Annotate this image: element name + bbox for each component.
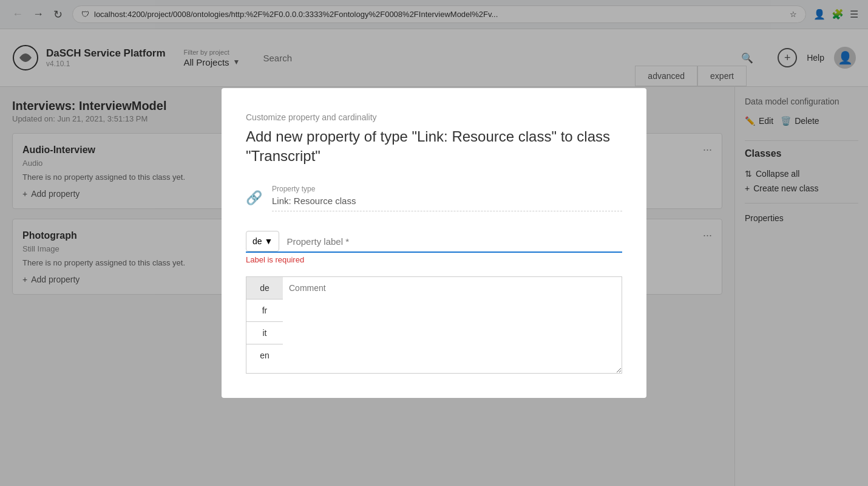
- selected-lang-label: de: [253, 236, 262, 246]
- lang-tab-de[interactable]: de: [246, 277, 283, 299]
- prop-type-label: Property type: [272, 185, 622, 193]
- lang-tab-fr[interactable]: fr: [246, 299, 283, 322]
- lang-tab-en[interactable]: en: [246, 344, 283, 366]
- property-label-input[interactable]: [279, 231, 622, 252]
- comment-wrapper: de fr it en: [246, 276, 622, 374]
- label-input-row: de ▼: [246, 231, 622, 253]
- property-type-section: 🔗 Property type Link: Resource class: [246, 185, 622, 211]
- label-section: de ▼ Label is required: [246, 231, 622, 264]
- modal-subtitle: Customize property and cardinality: [246, 112, 622, 122]
- comment-input[interactable]: [283, 276, 622, 374]
- prop-type-value: Link: Resource class: [272, 196, 622, 211]
- lang-select-label[interactable]: de ▼: [246, 231, 279, 252]
- label-error: Label is required: [246, 255, 622, 264]
- lang-tabs: de fr it en: [246, 276, 283, 374]
- modal-title-part1: Add new property of type "Link: Resource…: [246, 128, 610, 145]
- modal: Customize property and cardinality Add n…: [222, 88, 646, 397]
- modal-title-part2: "Transcript": [246, 148, 320, 164]
- prop-type-field: Property type Link: Resource class: [272, 185, 622, 211]
- modal-title: Add new property of type "Link: Resource…: [246, 127, 622, 165]
- modal-overlay[interactable]: Customize property and cardinality Add n…: [0, 0, 868, 486]
- lang-tab-it[interactable]: it: [246, 322, 283, 344]
- link-icon: 🔗: [246, 190, 262, 206]
- lang-chevron-icon: ▼: [265, 236, 273, 246]
- comment-section: de fr it en: [246, 276, 622, 374]
